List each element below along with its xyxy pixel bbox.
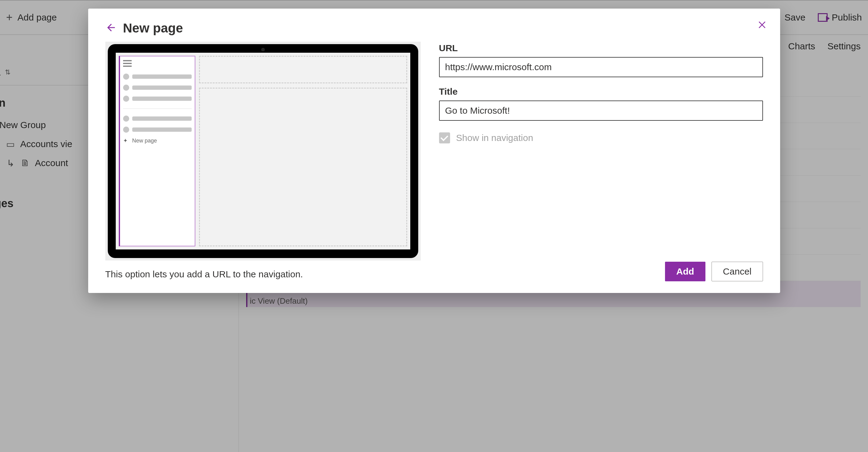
- show-in-nav-checkbox[interactable]: [439, 132, 450, 143]
- cancel-button[interactable]: Cancel: [712, 262, 763, 281]
- preview-new-page-row: New page: [123, 138, 192, 144]
- modal-title: New page: [123, 21, 183, 35]
- add-button[interactable]: Add: [665, 262, 706, 281]
- close-icon[interactable]: [757, 20, 767, 31]
- preview-new-page-label: New page: [132, 138, 157, 144]
- preview-image: New page: [105, 42, 421, 260]
- new-page-modal: New page: [88, 8, 780, 293]
- modal-overlay: New page: [0, 0, 868, 452]
- title-input[interactable]: [439, 101, 763, 121]
- url-label: URL: [439, 43, 763, 53]
- title-label: Title: [439, 86, 763, 97]
- show-in-nav-label: Show in navigation: [456, 133, 533, 143]
- modal-description: This option lets you add a URL to the na…: [105, 269, 421, 280]
- hamburger-icon: [123, 60, 132, 67]
- back-arrow-icon[interactable]: [105, 22, 116, 34]
- sparkle-icon: [123, 138, 129, 144]
- url-input[interactable]: [439, 57, 763, 77]
